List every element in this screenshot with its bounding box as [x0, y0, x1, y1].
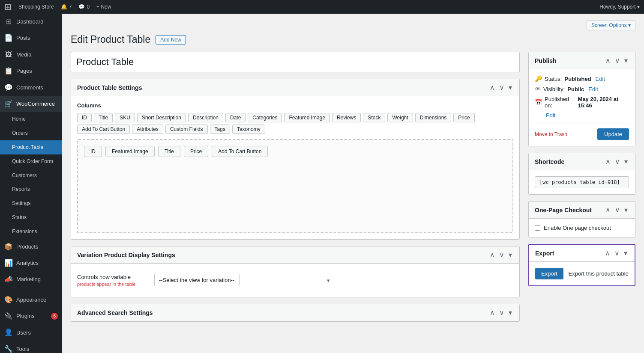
sidebar-item-woocommerce[interactable]: 🛒 WooCommerce	[0, 96, 62, 112]
drag-col-title[interactable]: Title	[158, 146, 180, 157]
sidebar-item-appearance[interactable]: 🎨 Appearance	[0, 292, 62, 308]
sidebar-item-customers[interactable]: Customers	[0, 169, 62, 183]
export-controls: ∧ ∨ ▾	[604, 249, 629, 257]
sidebar-label-analytics: Analytics	[16, 259, 39, 267]
opc-collapse-up[interactable]: ∧	[604, 206, 612, 214]
col-tag-categories[interactable]: Categories	[248, 113, 282, 122]
col-tag-weight[interactable]: Weight	[387, 113, 413, 122]
publish-collapse-up[interactable]: ∧	[604, 56, 612, 65]
shortcode-controls: ∧ ∨ ▾	[604, 157, 629, 166]
adv-collapse-up[interactable]: ∧	[488, 309, 496, 317]
publish-header: Publish ∧ ∨ ▾	[529, 52, 635, 69]
sidebar-item-extensions[interactable]: Extensions	[0, 225, 62, 239]
move-to-trash-link[interactable]: Move to Trash	[535, 131, 567, 137]
sidebar-item-comments[interactable]: 💬 Comments	[0, 80, 62, 96]
expand-button[interactable]: ▾	[507, 83, 513, 92]
product-table-settings-metabox: Product Table Settings ∧ ∨ ▾ Columns ID …	[71, 79, 520, 240]
notifications-item[interactable]: 🔔 7	[61, 4, 72, 10]
user-label[interactable]: Howdy, Support ▾	[599, 4, 640, 10]
sidebar-item-media[interactable]: 🖼 Media	[0, 47, 62, 63]
col-tag-description[interactable]: Description	[188, 113, 223, 122]
sidebar-item-woo-status[interactable]: Status	[0, 211, 62, 225]
publish-date-edit[interactable]: Edit	[546, 112, 555, 119]
sidebar-item-products[interactable]: 📦 Products	[0, 239, 62, 255]
opc-checkbox[interactable]	[535, 225, 540, 231]
col-tag-reviews[interactable]: Reviews	[332, 113, 361, 122]
sidebar-item-woo-orders[interactable]: Orders	[0, 126, 62, 140]
update-button[interactable]: Update	[597, 128, 629, 140]
col-tag-tags[interactable]: Tags	[210, 125, 230, 134]
sidebar-item-posts[interactable]: 📄 Posts	[0, 30, 62, 46]
shortcode-collapse-up[interactable]: ∧	[604, 157, 612, 166]
shortcode-value[interactable]: [wc_products_table id=918]	[535, 176, 629, 188]
sidebar-item-woo-home[interactable]: Home	[0, 112, 62, 126]
title-input[interactable]	[76, 56, 514, 68]
sidebar-item-users[interactable]: 👤 Users	[0, 324, 62, 341]
screen-options-button[interactable]: Screen Options ▾	[587, 20, 635, 30]
col-tag-featured-image[interactable]: Featured Image	[284, 113, 330, 122]
col-tag-custom-fields[interactable]: Custom Fields	[165, 125, 208, 134]
opc-expand[interactable]: ▾	[623, 206, 629, 214]
export-collapse-down[interactable]: ∨	[613, 249, 621, 257]
shortcode-collapse-down[interactable]: ∨	[614, 157, 621, 166]
drag-col-price[interactable]: Price	[184, 146, 208, 157]
sidebar-item-tools[interactable]: 🔧 Tools	[0, 341, 62, 353]
export-expand[interactable]: ▾	[623, 249, 629, 257]
add-new-button[interactable]: Add New	[156, 35, 186, 44]
sidebar-item-reports[interactable]: Reports	[0, 182, 62, 196]
sidebar-divider	[0, 290, 62, 290]
site-name-item[interactable]: Shopping Store	[18, 4, 54, 10]
variation-collapse-down[interactable]: ∨	[498, 251, 506, 259]
advanced-search-header: Advanced Search Settings ∧ ∨ ▾	[71, 304, 519, 321]
publish-status-edit[interactable]: Edit	[596, 76, 605, 82]
col-tag-sku[interactable]: SKU	[115, 113, 135, 122]
export-collapse-up[interactable]: ∧	[604, 249, 611, 257]
col-tag-short-description[interactable]: Short Description	[137, 113, 186, 122]
sidebar-item-dashboard[interactable]: ⊞ Dashboard	[0, 14, 62, 30]
col-tag-id[interactable]: ID	[77, 113, 92, 122]
collapse-up-button[interactable]: ∧	[488, 83, 496, 92]
variation-label-col: Controls how variable products appear in…	[77, 274, 146, 287]
variation-expand[interactable]: ▾	[507, 251, 513, 259]
sidebar-item-woo-settings[interactable]: Settings	[0, 196, 62, 211]
adv-expand[interactable]: ▾	[507, 309, 513, 317]
col-tag-add-to-cart[interactable]: Add To Cart Button	[77, 125, 130, 134]
sidebar-label-marketing: Marketing	[16, 276, 41, 283]
drag-col-id[interactable]: ID	[84, 146, 102, 157]
content-main: Product Table Settings ∧ ∨ ▾ Columns ID …	[71, 52, 520, 328]
sidebar-item-marketing[interactable]: 📣 Marketing	[0, 271, 62, 288]
sidebar-item-plugins[interactable]: 🔌 Plugins 6	[0, 308, 62, 324]
opc-collapse-down[interactable]: ∨	[614, 206, 621, 214]
comments-item[interactable]: 💬 0	[78, 4, 90, 10]
adv-collapse-down[interactable]: ∨	[498, 309, 506, 317]
sidebar-label-woo-orders: Orders	[12, 130, 28, 137]
publish-expand[interactable]: ▾	[623, 56, 629, 65]
variation-collapse-up[interactable]: ∧	[488, 251, 496, 259]
sidebar-item-quick-order[interactable]: Quick Order Form	[0, 154, 62, 169]
col-tag-title[interactable]: Title	[94, 113, 113, 122]
col-tag-taxonomy[interactable]: Taxonomy	[232, 125, 265, 134]
variation-select[interactable]: --Select the view for variation-- Show p…	[154, 274, 240, 286]
publish-collapse-down[interactable]: ∨	[614, 56, 621, 65]
shortcode-expand[interactable]: ▾	[623, 157, 629, 166]
col-tag-attributes[interactable]: Attributes	[132, 125, 163, 134]
col-tag-stock[interactable]: Stock	[363, 113, 385, 122]
drag-col-add-to-cart[interactable]: Add To Cart Button	[212, 146, 268, 157]
collapse-down-button[interactable]: ∨	[498, 83, 506, 92]
export-button[interactable]: Export	[535, 268, 563, 279]
col-tag-date[interactable]: Date	[225, 113, 246, 122]
appearance-icon: 🎨	[4, 295, 13, 305]
col-tag-price[interactable]: Price	[453, 113, 474, 122]
publish-date-value: May 20, 2024 at 15:46	[578, 96, 629, 109]
select-arrow-icon: ▾	[327, 277, 330, 283]
publish-actions: Move to Trash Update	[535, 124, 629, 140]
sidebar-item-analytics[interactable]: 📊 Analytics	[0, 255, 62, 271]
title-box	[71, 52, 520, 72]
col-tag-dimensions[interactable]: Dimensions	[415, 113, 452, 122]
drag-area: ID Featured Image Title Price Add To Car…	[77, 139, 513, 233]
sidebar-item-pages[interactable]: 📋 Pages	[0, 63, 62, 79]
new-item[interactable]: + New	[96, 4, 111, 10]
drag-col-featured-image[interactable]: Featured Image	[105, 146, 155, 157]
sidebar-item-product-table[interactable]: Product Table	[0, 140, 62, 154]
publish-visibility-edit[interactable]: Edit	[588, 86, 598, 92]
